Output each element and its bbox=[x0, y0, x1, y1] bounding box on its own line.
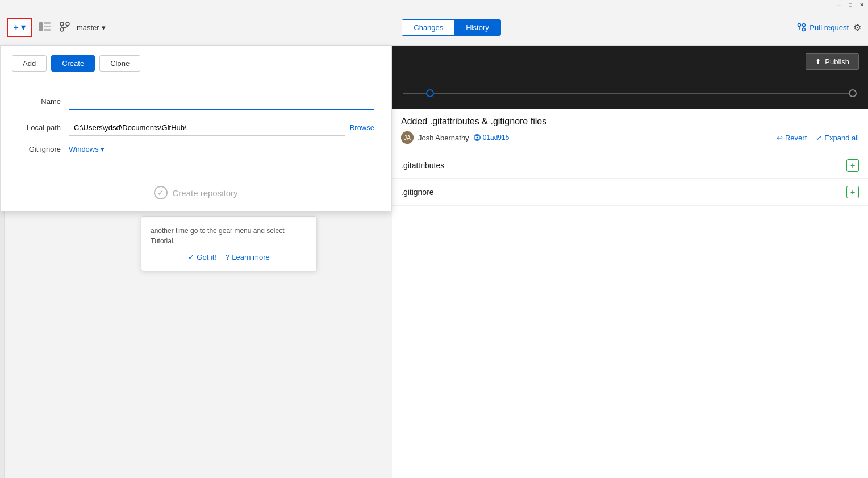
file-name: .gitignore bbox=[401, 188, 846, 197]
pull-request-icon bbox=[797, 23, 806, 32]
local-path-row: Local path Browse bbox=[18, 119, 374, 136]
avatar-image: JA bbox=[401, 131, 414, 144]
changes-tab[interactable]: Changes bbox=[402, 20, 454, 35]
question-icon: ? bbox=[226, 253, 229, 261]
nav-tabs: Changes History bbox=[402, 19, 501, 36]
clone-tab[interactable]: Clone bbox=[99, 55, 140, 72]
commit-actions: ↩ Revert ⤢ Expand all bbox=[777, 134, 859, 142]
timeline-current-dot bbox=[426, 89, 434, 97]
maximize-button[interactable]: □ bbox=[846, 1, 854, 9]
git-ignore-chevron: ▾ bbox=[101, 145, 105, 153]
repository-form: Name Local path Browse Git ignore Window… bbox=[1, 81, 391, 174]
expand-icon: ⤢ bbox=[816, 134, 822, 142]
commit-author: Josh Abernathy bbox=[418, 134, 469, 142]
file-add-icon[interactable]: + bbox=[846, 159, 859, 172]
check-icon: ✓ bbox=[188, 253, 194, 261]
svg-rect-2 bbox=[44, 26, 51, 27]
got-it-button[interactable]: ✓ Got it! bbox=[188, 253, 216, 261]
local-path-label: Local path bbox=[18, 123, 69, 132]
commit-hash-wrap: 01ad915 bbox=[474, 134, 510, 142]
tutorial-text: another time go to the gear menu and sel… bbox=[151, 226, 307, 246]
toolbar: + ▾ master ▾ Changes History bbox=[0, 9, 868, 46]
add-dropdown-button[interactable]: + ▾ bbox=[7, 18, 32, 37]
add-tab[interactable]: Add bbox=[12, 55, 47, 72]
branch-selector[interactable]: master ▾ bbox=[77, 23, 106, 32]
timeline-end-dot bbox=[849, 89, 857, 97]
publish-icon: ⬆ bbox=[815, 57, 821, 66]
git-ignore-label: Git ignore bbox=[18, 145, 69, 153]
check-circle-icon: ✓ bbox=[154, 186, 168, 199]
revert-icon: ↩ bbox=[777, 134, 783, 142]
revert-button[interactable]: ↩ Revert bbox=[777, 134, 807, 142]
create-repo-label: Create repository bbox=[172, 188, 237, 198]
svg-point-4 bbox=[60, 22, 64, 26]
create-repository-button[interactable]: ✓ Create repository bbox=[154, 186, 237, 199]
commit-meta: JA Josh Abernathy 01ad915 ↩ Revert bbox=[401, 131, 859, 144]
timeline-bar bbox=[392, 77, 868, 109]
name-label: Name bbox=[18, 97, 69, 106]
browse-button[interactable]: Browse bbox=[350, 123, 374, 132]
file-add-icon[interactable]: + bbox=[846, 186, 859, 198]
settings-button[interactable]: ⚙ bbox=[853, 22, 861, 33]
commit-title: Added .gitattributes & .gitignore files bbox=[401, 117, 859, 127]
file-name: .gitattributes bbox=[401, 161, 846, 170]
learn-more-button[interactable]: ? Learn more bbox=[226, 253, 270, 261]
branch-icon-button[interactable] bbox=[57, 19, 72, 36]
sidebar-icon bbox=[39, 22, 51, 31]
right-panel: ⬆ Publish Added .gitattributes & .gitign… bbox=[392, 46, 868, 478]
sidebar-toggle-button[interactable] bbox=[37, 20, 53, 35]
svg-point-10 bbox=[803, 24, 806, 27]
svg-rect-3 bbox=[44, 29, 51, 31]
panel-footer: ✓ Create repository bbox=[1, 174, 391, 211]
branch-name: master bbox=[77, 23, 99, 32]
add-button-label: + ▾ bbox=[14, 22, 26, 32]
tutorial-card: another time go to the gear menu and sel… bbox=[141, 216, 317, 271]
svg-point-9 bbox=[803, 28, 806, 31]
create-repository-panel: Add Create Clone Name Local path Browse … bbox=[0, 46, 392, 211]
svg-rect-0 bbox=[39, 22, 43, 31]
svg-point-8 bbox=[798, 24, 801, 27]
gear-icon: ⚙ bbox=[853, 23, 861, 32]
commit-hash-icon bbox=[474, 134, 481, 141]
tutorial-links: ✓ Got it! ? Learn more bbox=[151, 253, 307, 261]
revert-label: Revert bbox=[785, 134, 807, 142]
publish-bar: ⬆ Publish bbox=[392, 46, 868, 77]
commit-hash: 01ad915 bbox=[483, 134, 510, 142]
got-it-label: Got it! bbox=[197, 253, 216, 261]
svg-text:JA: JA bbox=[404, 135, 411, 141]
history-tab[interactable]: History bbox=[454, 20, 500, 35]
commit-section: Added .gitattributes & .gitignore files … bbox=[392, 109, 868, 152]
publish-button[interactable]: ⬆ Publish bbox=[806, 53, 859, 70]
expand-all-button[interactable]: ⤢ Expand all bbox=[816, 134, 859, 142]
git-ignore-value: Windows bbox=[69, 145, 99, 153]
close-button[interactable]: ✕ bbox=[858, 1, 866, 9]
name-input[interactable] bbox=[69, 93, 374, 110]
branch-chevron: ▾ bbox=[102, 23, 106, 32]
svg-point-6 bbox=[60, 28, 64, 31]
pull-request-label: Pull request bbox=[809, 23, 849, 32]
local-path-input[interactable] bbox=[69, 119, 345, 136]
minimize-button[interactable]: ─ bbox=[835, 1, 843, 9]
panel-tabs: Add Create Clone bbox=[1, 46, 391, 81]
learn-more-label: Learn more bbox=[232, 253, 269, 261]
file-list: .gitattributes + .gitignore + bbox=[392, 152, 868, 206]
expand-label: Expand all bbox=[824, 134, 859, 142]
svg-point-15 bbox=[476, 137, 478, 139]
publish-label: Publish bbox=[825, 57, 849, 66]
svg-rect-1 bbox=[44, 22, 51, 24]
title-bar: ─ □ ✕ bbox=[0, 0, 868, 9]
avatar: JA bbox=[401, 131, 414, 144]
pull-request-button[interactable]: Pull request bbox=[797, 23, 849, 32]
timeline-track[interactable] bbox=[403, 93, 857, 94]
branch-icon bbox=[60, 22, 70, 32]
git-ignore-row: Git ignore Windows ▾ bbox=[18, 145, 374, 153]
table-row: .gitattributes + bbox=[392, 152, 868, 179]
create-tab[interactable]: Create bbox=[51, 55, 95, 72]
name-row: Name bbox=[18, 93, 374, 110]
table-row: .gitignore + bbox=[392, 179, 868, 206]
git-ignore-dropdown[interactable]: Windows ▾ bbox=[69, 145, 105, 153]
svg-point-5 bbox=[66, 22, 69, 26]
